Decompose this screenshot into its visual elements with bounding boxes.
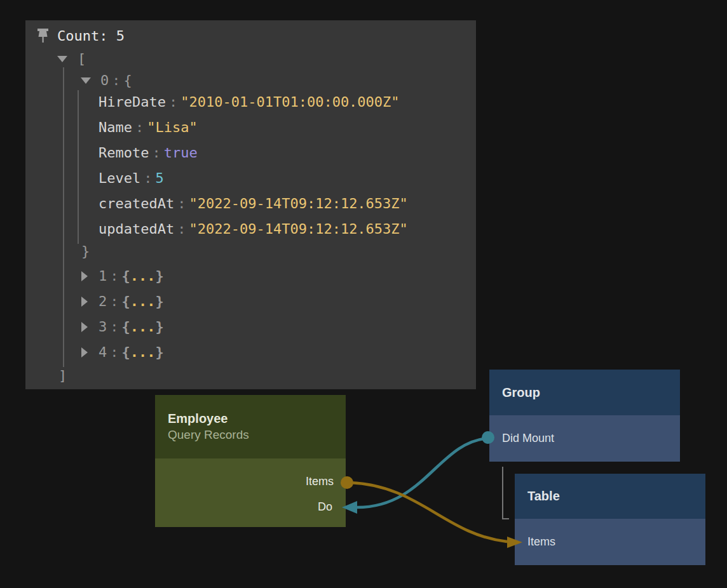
node-subtitle: Query Records (168, 428, 333, 442)
node-editor-canvas: { "page": { "bg": "#141414" }, "inspecto… (0, 0, 727, 588)
node-table-body: Items (515, 519, 705, 565)
field-value: true (164, 144, 198, 163)
node-employee-header[interactable]: Employee Query Records (155, 395, 346, 458)
item-index: 4 (99, 343, 107, 362)
field-row: createdAt : "2022-09-14T09:12:12.653Z" (99, 194, 408, 213)
port-did-mount-output[interactable]: Did Mount (502, 432, 554, 445)
separator: : (112, 71, 120, 90)
field-row: updatedAt : "2022-09-14T09:12:12.653Z" (99, 220, 408, 239)
field-row: Name : "Lisa" (99, 118, 198, 137)
connection-wire[interactable] (357, 438, 488, 507)
tree-guide-line-inner (78, 90, 79, 244)
field-key: createdAt (99, 194, 174, 213)
field-value: "2022-09-14T09:12:12.653Z" (189, 194, 407, 213)
item-index: 2 (99, 292, 107, 311)
node-table-header[interactable]: Table (515, 474, 705, 519)
field-value: "2022-09-14T09:12:12.653Z" (189, 220, 407, 239)
node-title: Table (527, 489, 693, 504)
expand-triangle-icon[interactable] (81, 271, 88, 281)
node-group-body: Did Mount (489, 415, 680, 462)
port-items-input[interactable]: Items (527, 535, 555, 549)
item-index: 3 (99, 317, 107, 337)
node-group[interactable]: Group Did Mount (489, 370, 680, 462)
object-open-brace: { (124, 71, 132, 90)
item-index: 1 (99, 267, 107, 286)
expand-triangle-icon[interactable] (81, 297, 88, 307)
field-value: "Lisa" (147, 118, 197, 137)
field-key: Remote (99, 144, 149, 163)
port-items-output[interactable]: Items (306, 475, 334, 488)
collapsed-dots: ... (130, 293, 156, 309)
field-row: HireDate : "2010-01-01T01:00:00.000Z" (99, 93, 400, 112)
collapsed-dots: ... (130, 319, 156, 335)
count-label: Count: 5 (57, 27, 125, 46)
collapsed-dots: ... (130, 344, 156, 360)
tree-row-item-1[interactable]: 1 : {...} (81, 267, 164, 286)
connection-wire[interactable] (350, 483, 507, 542)
item-index: 0 (100, 71, 109, 90)
field-value: 5 (155, 169, 163, 188)
node-title: Group (502, 385, 667, 400)
field-key: Level (99, 169, 140, 188)
array-open-bracket: [ (78, 50, 86, 69)
field-key: Name (99, 118, 132, 137)
field-key: HireDate (99, 93, 166, 112)
field-key: updatedAt (99, 220, 174, 239)
tree-guide-line-outer (63, 67, 64, 367)
tree-row-array-open[interactable]: [ (57, 50, 86, 69)
connection-items-to-items[interactable] (341, 476, 522, 548)
pin-icon[interactable] (36, 27, 51, 46)
collapse-triangle-icon[interactable] (81, 77, 91, 84)
node-table[interactable]: Table Items (515, 474, 705, 565)
tree-row-array-close: ] (58, 366, 67, 385)
collapse-triangle-icon[interactable] (57, 56, 67, 62)
node-employee[interactable]: Employee Query Records Items Do (155, 395, 346, 527)
object-close-brace: } (81, 242, 90, 261)
tree-row-object-close: } (81, 242, 90, 261)
json-inspector-panel: Count: 5 [ 0 : { HireDate : "2010-01-01T… (25, 20, 476, 389)
node-employee-body: Items Do (155, 458, 346, 527)
tree-row-item-3[interactable]: 3 : {...} (81, 317, 164, 337)
tree-row-item-2[interactable]: 2 : {...} (81, 292, 164, 311)
port-do-input[interactable]: Do (318, 500, 332, 514)
node-title: Employee (168, 411, 333, 426)
field-row: Remote : true (99, 144, 198, 163)
node-group-header[interactable]: Group (489, 370, 680, 415)
tree-row-item-4[interactable]: 4 : {...} (81, 343, 164, 362)
field-row: Level : 5 (99, 169, 164, 188)
collapsed-dots: ... (130, 268, 156, 284)
tree-row-item-0[interactable]: 0 : { (81, 71, 132, 90)
hierarchy-connector-line (503, 467, 509, 519)
connection-didmount-to-do[interactable] (342, 431, 494, 514)
inspector-title-row: Count: 5 (57, 27, 125, 46)
expand-triangle-icon[interactable] (81, 347, 88, 357)
array-close-bracket: ] (58, 366, 67, 385)
expand-triangle-icon[interactable] (81, 322, 88, 332)
field-value: "2010-01-01T01:00:00.000Z" (180, 93, 399, 112)
